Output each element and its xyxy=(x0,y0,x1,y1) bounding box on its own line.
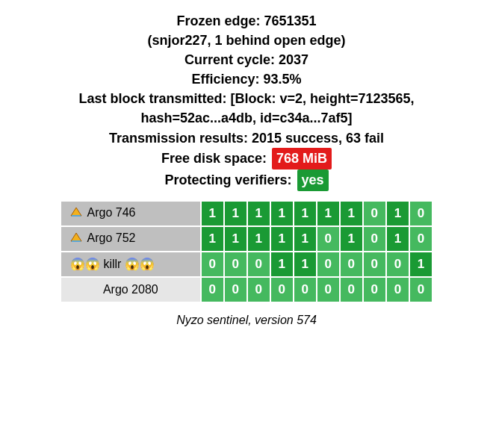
verifier-name: Argo 2080 xyxy=(103,283,158,296)
cycle-label: Current cycle: xyxy=(185,52,275,67)
protecting-value-badge: yes xyxy=(297,169,329,191)
bit-cell: 1 xyxy=(270,252,294,277)
footer-text: Nyzo sentinel, version 574 xyxy=(7,314,486,327)
tx-results-label: Transmission results: xyxy=(109,131,248,146)
bit-cell: 1 xyxy=(409,252,432,277)
bit-cell: 0 xyxy=(224,277,247,302)
verifier-table: Argo 7461111111010 Argo 7521111101010😱😱 … xyxy=(60,200,433,303)
bit-cell: 1 xyxy=(294,226,317,252)
bit-cell: 0 xyxy=(363,226,386,252)
bit-cell: 1 xyxy=(247,226,270,252)
triangle-warning-icon xyxy=(70,232,82,246)
tx-results-line: Transmission results: 2015 success, 63 f… xyxy=(7,128,486,148)
bit-cell: 0 xyxy=(409,226,432,252)
disk-label: Free disk space: xyxy=(161,151,267,166)
triangle-warning-icon xyxy=(70,207,82,220)
bit-cell: 1 xyxy=(386,201,409,226)
status-header: Frozen edge: 7651351 (snjor227, 1 behind… xyxy=(7,11,486,191)
last-block-line2: hash=52ac...a4db, id=c34a...7af5] xyxy=(7,108,486,128)
table-row: Argo 20800000000000 xyxy=(61,277,432,302)
bit-cell: 1 xyxy=(270,226,294,252)
bit-cell: 0 xyxy=(363,201,386,226)
protecting-line: Protecting verifiers: yes xyxy=(7,169,486,191)
bit-cell: 0 xyxy=(294,277,317,302)
verifier-name: Argo 752 xyxy=(87,231,136,244)
bit-cell: 0 xyxy=(224,252,247,277)
verifier-name: killr xyxy=(103,258,121,270)
bit-cell: 0 xyxy=(247,277,270,302)
bit-cell: 0 xyxy=(270,277,294,302)
bit-cell: 1 xyxy=(317,201,340,226)
bit-cell: 0 xyxy=(317,226,340,252)
svg-rect-1 xyxy=(72,215,81,217)
verifier-name: Argo 746 xyxy=(87,206,136,219)
scream-icon: 😱😱 xyxy=(125,258,155,270)
bit-cell: 1 xyxy=(386,226,409,252)
frozen-edge-value: 7651351 xyxy=(264,13,316,28)
cycle-line: Current cycle: 2037 xyxy=(7,50,486,69)
efficiency-value: 93.5% xyxy=(264,72,302,87)
bit-cell: 0 xyxy=(409,201,432,226)
bit-cell: 0 xyxy=(201,277,224,302)
bit-cell: 0 xyxy=(386,277,409,302)
scream-icon: 😱😱 xyxy=(70,258,100,270)
svg-marker-0 xyxy=(71,208,81,216)
frozen-edge-line: Frozen edge: 7651351 xyxy=(7,11,486,31)
disk-value-badge: 768 MiB xyxy=(272,148,332,169)
tx-results-value: 2015 success, 63 fail xyxy=(252,131,384,146)
table-row: 😱😱 killr 😱😱0001100001 xyxy=(61,252,432,277)
frozen-edge-sub: (snjor227, 1 behind open edge) xyxy=(7,31,486,50)
svg-marker-2 xyxy=(71,233,81,241)
bit-cell: 0 xyxy=(409,277,432,302)
bit-cell: 1 xyxy=(201,201,224,226)
bit-cell: 0 xyxy=(201,252,224,277)
verifier-table-wrap: Argo 7461111111010 Argo 7521111101010😱😱 … xyxy=(60,200,433,303)
verifier-name-cell: 😱😱 killr 😱😱 xyxy=(61,252,201,277)
bit-cell: 0 xyxy=(363,277,386,302)
bit-cell: 0 xyxy=(317,277,340,302)
frozen-edge-label: Frozen edge: xyxy=(176,13,260,28)
bit-cell: 1 xyxy=(224,226,247,252)
table-row: Argo 7461111111010 xyxy=(61,201,432,226)
bit-cell: 0 xyxy=(340,277,363,302)
verifier-name-cell: Argo 2080 xyxy=(61,277,201,302)
table-row: Argo 7521111101010 xyxy=(61,226,432,252)
bit-cell: 1 xyxy=(294,252,317,277)
bit-cell: 0 xyxy=(340,252,363,277)
svg-rect-3 xyxy=(72,240,81,242)
bit-cell: 1 xyxy=(294,201,317,226)
bit-cell: 0 xyxy=(317,252,340,277)
bit-cell: 1 xyxy=(340,201,363,226)
efficiency-label: Efficiency: xyxy=(191,72,259,87)
bit-cell: 1 xyxy=(201,226,224,252)
bit-cell: 1 xyxy=(224,201,247,226)
bit-cell: 1 xyxy=(247,201,270,226)
last-block-line1: Last block transmitted: [Block: v=2, hei… xyxy=(7,89,486,108)
verifier-name-cell: Argo 752 xyxy=(61,226,201,252)
disk-line: Free disk space: 768 MiB xyxy=(7,148,486,169)
bit-cell: 1 xyxy=(270,201,294,226)
protecting-label: Protecting verifiers: xyxy=(164,172,291,187)
bit-cell: 0 xyxy=(386,252,409,277)
verifier-name-cell: Argo 746 xyxy=(61,201,201,226)
efficiency-line: Efficiency: 93.5% xyxy=(7,69,486,89)
bit-cell: 0 xyxy=(247,252,270,277)
cycle-value: 2037 xyxy=(279,52,308,67)
bit-cell: 0 xyxy=(363,252,386,277)
bit-cell: 1 xyxy=(340,226,363,252)
